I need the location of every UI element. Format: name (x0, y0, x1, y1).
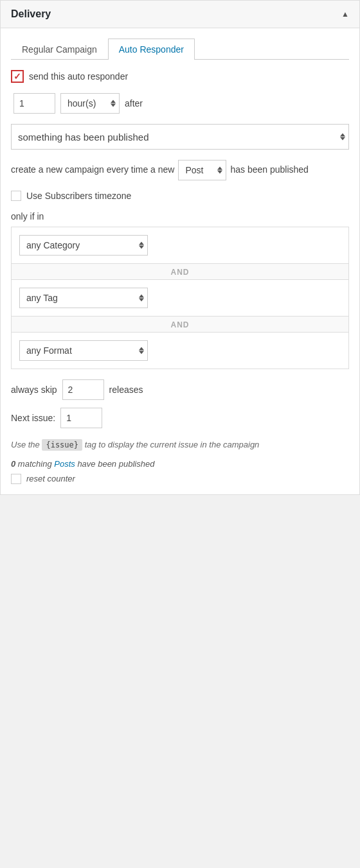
and-divider-1: AND (12, 263, 348, 280)
trigger-select[interactable]: something has been published someone sub… (11, 124, 349, 150)
filter-tag-row: any Tag (12, 280, 348, 316)
reset-label: reset counter (26, 474, 75, 483)
time-unit-select-wrapper: hour(s) day(s) week(s) (60, 93, 120, 114)
reset-checkbox[interactable] (11, 474, 21, 484)
published-count: 0 (11, 459, 15, 469)
format-select-wrapper: any Format (19, 340, 148, 361)
filter-box: any Category AND any Tag (11, 227, 349, 369)
category-select-wrapper: any Category (19, 235, 148, 256)
tag-select-wrapper: any Tag (19, 288, 148, 308)
description-row: create a new campaign every time a new P… (11, 160, 349, 180)
timezone-label: Use Subscribers timezone (26, 191, 131, 201)
published-posts-link[interactable]: Posts (54, 459, 75, 469)
and-label-1: AND (166, 268, 195, 277)
and-divider-2: AND (12, 316, 348, 333)
next-issue-row: Next issue: (11, 408, 349, 428)
panel-title: Delivery (11, 8, 51, 20)
tag-select[interactable]: any Tag (19, 288, 148, 308)
published-info-row: 0 matching Posts have been published (11, 459, 349, 469)
tabs-container: Regular Campaign Auto Responder (11, 39, 349, 60)
category-select[interactable]: any Category (19, 235, 148, 256)
checkmark-icon: ✓ (14, 71, 21, 82)
delivery-panel: Delivery ▲ Regular Campaign Auto Respond… (0, 0, 360, 495)
reset-row: reset counter (11, 474, 349, 484)
hint-suffix: tag to display the current issue in the … (85, 440, 260, 449)
after-label: after (125, 98, 143, 108)
panel-content: Regular Campaign Auto Responder ✓ send t… (1, 28, 359, 494)
skip-row: always skip releases (11, 379, 349, 400)
next-issue-label: Next issue: (11, 413, 55, 423)
tab-regular-campaign[interactable]: Regular Campaign (11, 39, 108, 60)
only-if-label: only if in (11, 211, 349, 221)
published-middle: matching (18, 459, 54, 469)
hint-prefix: Use the (11, 440, 40, 449)
trigger-select-wrapper: something has been published someone sub… (11, 124, 349, 150)
skip-prefix: always skip (11, 385, 57, 395)
skip-value-input[interactable] (62, 379, 104, 400)
panel-header: Delivery ▲ (1, 0, 359, 28)
filter-category-row: any Category (12, 227, 348, 263)
hint-text: Use the {issue} tag to display the curre… (11, 438, 349, 451)
trigger-outer-wrapper: something has been published someone sub… (11, 124, 349, 150)
description-prefix: create a new campaign every time a new (11, 162, 174, 178)
description-suffix: has been published (230, 162, 308, 178)
post-type-select[interactable]: Post Page (178, 160, 226, 180)
send-checkbox-row: ✓ send this auto responder (11, 70, 349, 83)
issue-tag: {issue} (42, 439, 82, 451)
timezone-checkbox[interactable] (11, 191, 21, 201)
and-label-2: AND (166, 320, 195, 329)
published-suffix: have been published (77, 459, 154, 469)
skip-suffix: releases (109, 385, 143, 395)
next-issue-input[interactable] (60, 408, 102, 428)
filter-format-row: any Format (12, 333, 348, 369)
time-row: hour(s) day(s) week(s) after (11, 93, 349, 114)
tab-auto-responder[interactable]: Auto Responder (108, 39, 195, 60)
post-type-select-wrapper: Post Page (178, 160, 226, 180)
format-select[interactable]: any Format (19, 340, 148, 361)
time-unit-select[interactable]: hour(s) day(s) week(s) (60, 93, 120, 114)
timezone-row: Use Subscribers timezone (11, 191, 349, 201)
time-value-input[interactable] (14, 93, 55, 114)
send-checkbox[interactable]: ✓ (11, 70, 24, 83)
send-label: send this auto responder (29, 71, 128, 82)
panel-toggle-icon[interactable]: ▲ (341, 10, 349, 19)
